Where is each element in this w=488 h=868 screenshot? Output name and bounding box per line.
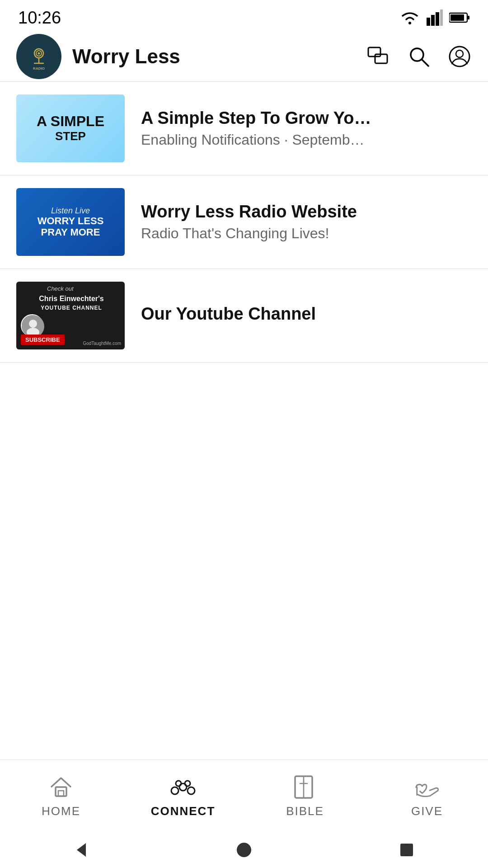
thumb-1-line2: STEP	[55, 129, 86, 143]
svg-point-29	[176, 781, 181, 786]
svg-rect-6	[467, 16, 469, 19]
item-2-thumbnail: Listen Live WORRY LESSPRAY MORE	[16, 188, 125, 256]
app-logo[interactable]: RADIO	[16, 34, 61, 79]
item-1-content: A Simple Step To Grow Yo… Enabling Notif…	[141, 108, 472, 148]
connect-label: CONNECT	[151, 804, 216, 818]
item-1-thumbnail: A SIMPLE STEP	[16, 94, 125, 162]
thumb-2-listen: Listen Live	[51, 206, 90, 216]
list-item[interactable]: A SIMPLE STEP A Simple Step To Grow Yo… …	[0, 82, 488, 175]
svg-point-26	[171, 787, 178, 794]
svg-text:RADIO: RADIO	[33, 66, 45, 71]
svg-point-20	[456, 50, 463, 57]
give-label: GIVE	[411, 804, 443, 818]
svg-rect-1	[427, 18, 430, 26]
wifi-icon	[399, 9, 420, 26]
item-2-content: Worry Less Radio Website Radio That's Ch…	[141, 202, 472, 242]
nav-item-bible[interactable]: BIBLE	[244, 774, 366, 818]
svg-point-0	[408, 22, 411, 24]
svg-point-22	[29, 320, 37, 328]
list-item[interactable]: Listen Live WORRY LESSPRAY MORE Worry Le…	[0, 175, 488, 269]
nav-item-connect[interactable]: CONNECT	[122, 774, 244, 818]
bottom-nav: HOME CONNECT BIBLE	[0, 760, 488, 832]
svg-rect-2	[431, 15, 435, 26]
app-title: Worry Less	[72, 45, 180, 68]
item-2-subtitle: Radio That's Changing Lives!	[141, 225, 472, 242]
bible-label: BIBLE	[286, 804, 324, 818]
nav-item-home[interactable]: HOME	[0, 774, 122, 818]
back-button[interactable]	[70, 839, 93, 861]
item-3-title: Our Youtube Channel	[141, 304, 472, 324]
list-item[interactable]: Check out Chris Einwechter'sYOUTUBE CHAN…	[0, 269, 488, 362]
app-bar: RADIO Worry Less	[0, 32, 488, 81]
svg-rect-7	[450, 14, 464, 21]
svg-rect-24	[56, 787, 66, 796]
signal-icon	[427, 9, 443, 26]
item-1-title: A Simple Step To Grow Yo…	[141, 108, 472, 128]
svg-point-37	[237, 843, 251, 857]
chat-icon-button[interactable]	[366, 44, 390, 69]
thumb-3-name: Chris Einwechter'sYOUTUBE CHANNEL	[21, 294, 122, 311]
give-icon	[413, 774, 441, 801]
svg-rect-38	[400, 844, 413, 856]
svg-point-30	[185, 781, 190, 786]
svg-rect-4	[440, 9, 443, 26]
app-bar-right	[366, 44, 472, 69]
thumb-3-subscribe: SUBSCRIBE	[21, 335, 65, 345]
svg-point-11	[38, 52, 40, 55]
recents-button[interactable]	[395, 839, 418, 861]
home-button[interactable]	[233, 839, 255, 861]
system-nav	[0, 832, 488, 868]
nav-item-give[interactable]: GIVE	[366, 774, 488, 818]
divider-3	[0, 362, 488, 363]
item-1-subtitle: Enabling Notifications · Septemb…	[141, 132, 472, 148]
home-label: HOME	[42, 804, 80, 818]
status-icons	[399, 9, 470, 26]
search-icon-button[interactable]	[407, 44, 431, 69]
status-bar: 10:26	[0, 0, 488, 32]
status-time: 10:26	[18, 8, 61, 28]
thumb-2-main: WORRY LESSPRAY MORE	[38, 216, 104, 237]
svg-point-28	[188, 787, 195, 794]
svg-rect-3	[436, 12, 439, 26]
app-bar-left: RADIO Worry Less	[16, 34, 180, 79]
thumb-3-avatar	[21, 314, 43, 337]
thumb-1-line1: A SIMPLE	[37, 113, 104, 129]
svg-rect-15	[368, 47, 380, 57]
svg-rect-16	[375, 54, 387, 63]
item-2-title: Worry Less Radio Website	[141, 202, 472, 222]
item-3-content: Our Youtube Channel	[141, 304, 472, 327]
svg-rect-25	[58, 791, 64, 796]
thumb-3-check: Check out	[47, 285, 74, 292]
item-3-thumbnail: Check out Chris Einwechter'sYOUTUBE CHAN…	[16, 282, 125, 349]
account-icon-button[interactable]	[447, 44, 472, 69]
connect-icon	[169, 774, 197, 801]
bible-icon	[291, 774, 319, 801]
home-icon	[47, 774, 75, 801]
svg-line-18	[422, 59, 428, 66]
thumb-3-domain: GodTaughtMe.com	[83, 341, 122, 346]
battery-icon	[449, 11, 470, 24]
svg-marker-36	[77, 843, 86, 857]
